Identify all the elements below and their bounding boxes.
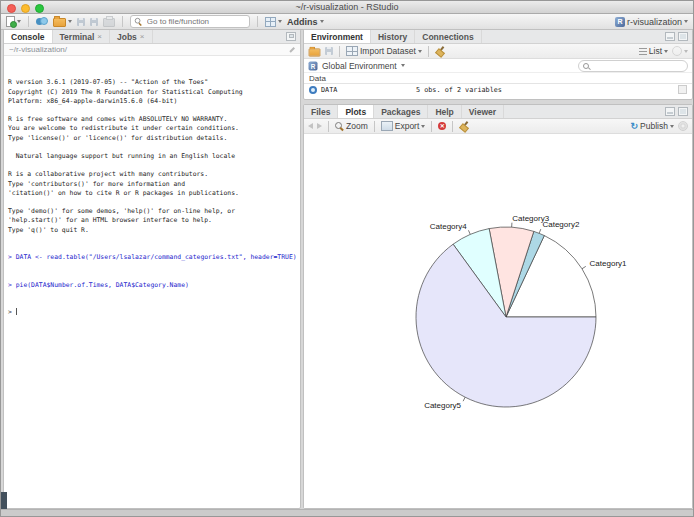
tab-history-label: History [378, 32, 407, 42]
tab-help-label: Help [435, 107, 453, 117]
goto-file-search[interactable] [130, 15, 250, 28]
tab-terminal[interactable]: Terminal × [53, 30, 110, 43]
pie-label-category1: Category1 [590, 259, 627, 268]
zoom-label: Zoom [346, 121, 368, 131]
view-table-icon[interactable] [678, 85, 687, 94]
tab-history[interactable]: History [371, 30, 415, 43]
tab-environment[interactable]: Environment [304, 30, 371, 43]
save-workspace-button[interactable] [325, 47, 333, 55]
project-selector[interactable]: R r-visualization [615, 17, 688, 27]
save-all-icon [90, 18, 98, 26]
object-summary: 5 obs. of 2 variables [416, 86, 502, 94]
minimize-pane-icon[interactable] [665, 107, 675, 116]
export-plot-button[interactable]: Export [381, 121, 426, 131]
toolbar-divider [328, 121, 329, 132]
clear-all-plots-button[interactable] [459, 121, 469, 131]
open-file-button[interactable] [53, 16, 72, 27]
chevron-down-icon [17, 20, 21, 23]
tab-files[interactable]: Files [304, 105, 338, 118]
chevron-down-icon [684, 20, 688, 23]
r-project-icon: R [615, 17, 625, 27]
clear-environment-button[interactable] [435, 46, 445, 56]
broom-icon [459, 121, 469, 131]
toolbar-divider [28, 16, 29, 27]
pane-layout-button[interactable] [265, 17, 282, 27]
export-icon [381, 121, 393, 131]
environment-view-button[interactable]: List [639, 46, 668, 56]
minimize-pane-icon[interactable] [665, 32, 675, 41]
data-section-label: Data [309, 74, 326, 83]
next-plot-button[interactable] [317, 123, 322, 129]
plots-options-button[interactable] [678, 121, 688, 131]
tab-packages-label: Packages [381, 107, 420, 117]
new-project-button[interactable] [36, 17, 48, 26]
previous-plot-button[interactable] [308, 123, 313, 129]
list-icon [639, 48, 647, 55]
tab-connections[interactable]: Connections [415, 30, 481, 43]
publish-button[interactable]: ↻ Publish [631, 121, 674, 131]
toolbar-divider [339, 46, 340, 57]
remove-plot-button[interactable]: ✕ [438, 122, 446, 130]
pie-label-tick [539, 229, 541, 233]
environment-scope-row: R Global Environment [304, 59, 692, 73]
goto-file-input[interactable] [145, 16, 246, 27]
maximize-console-icon[interactable] [286, 32, 296, 41]
toolbar-divider [257, 16, 258, 27]
close-icon[interactable]: × [97, 33, 102, 41]
addins-button[interactable]: Addins [287, 17, 324, 27]
list-view-label: List [649, 46, 662, 56]
tab-connections-label: Connections [422, 32, 473, 42]
delete-plot-icon: ✕ [438, 122, 446, 130]
new-file-button[interactable] [6, 16, 21, 27]
addins-label: Addins [287, 17, 318, 27]
export-label: Export [395, 121, 420, 131]
main-toolbar: Addins R r-visualization [1, 14, 693, 30]
tab-packages[interactable]: Packages [374, 105, 428, 118]
clear-console-icon[interactable] [289, 47, 294, 52]
environment-entry-row[interactable]: DATA 5 obs. of 2 variables [304, 84, 692, 95]
close-icon[interactable]: × [140, 33, 145, 41]
console-output: R version 3.6.1 (2019-07-05) -- "Action … [8, 78, 296, 234]
print-button[interactable] [103, 16, 115, 27]
open-folder-icon [53, 18, 66, 27]
title-bar: ~/r-visualization - RStudio [1, 1, 693, 14]
maximize-pane-icon[interactable] [678, 32, 688, 41]
broom-icon [435, 46, 445, 56]
tab-help[interactable]: Help [428, 105, 461, 118]
back-arrow-icon [308, 123, 313, 129]
environment-scope-selector[interactable]: Global Environment [322, 61, 397, 71]
import-dataset-icon [346, 46, 358, 56]
tab-plots-label: Plots [345, 107, 366, 117]
console-input-line[interactable]: > [8, 308, 296, 317]
import-dataset-button[interactable]: Import Dataset [346, 46, 422, 56]
tab-environment-label: Environment [311, 32, 363, 42]
refresh-environment-button[interactable] [672, 46, 688, 56]
tab-plots[interactable]: Plots [338, 105, 374, 118]
magnifier-icon [335, 122, 344, 131]
load-workspace-button[interactable] [308, 46, 321, 57]
console-output-area[interactable]: R version 3.6.1 (2019-07-05) -- "Action … [4, 56, 300, 508]
pie-label-category5: Category5 [424, 401, 461, 410]
plot-display-area: Category1Category2Category3Category4Cate… [304, 134, 692, 508]
toolbar-divider [122, 16, 123, 27]
open-folder-icon [309, 48, 321, 56]
save-button[interactable] [77, 18, 85, 26]
tab-console[interactable]: Console [4, 30, 53, 43]
toolbar-divider [452, 121, 453, 132]
pie-label-category3: Category3 [512, 214, 549, 223]
environment-search[interactable] [578, 60, 688, 72]
print-icon [103, 18, 115, 27]
save-all-button[interactable] [90, 18, 98, 26]
tab-jobs[interactable]: Jobs × [110, 30, 153, 43]
data-section-header: Data [304, 73, 692, 84]
window-title: ~/r-visualization - RStudio [1, 1, 693, 13]
chevron-down-icon [418, 50, 422, 53]
maximize-pane-icon[interactable] [678, 107, 688, 116]
chevron-down-icon [421, 125, 425, 128]
console-tabbar: Console Terminal × Jobs × [4, 30, 300, 44]
console-prompt: > [8, 308, 12, 316]
chevron-down-icon [320, 20, 324, 23]
tab-viewer[interactable]: Viewer [462, 105, 504, 118]
chevron-down-icon [68, 20, 72, 23]
zoom-plot-button[interactable]: Zoom [335, 121, 368, 131]
